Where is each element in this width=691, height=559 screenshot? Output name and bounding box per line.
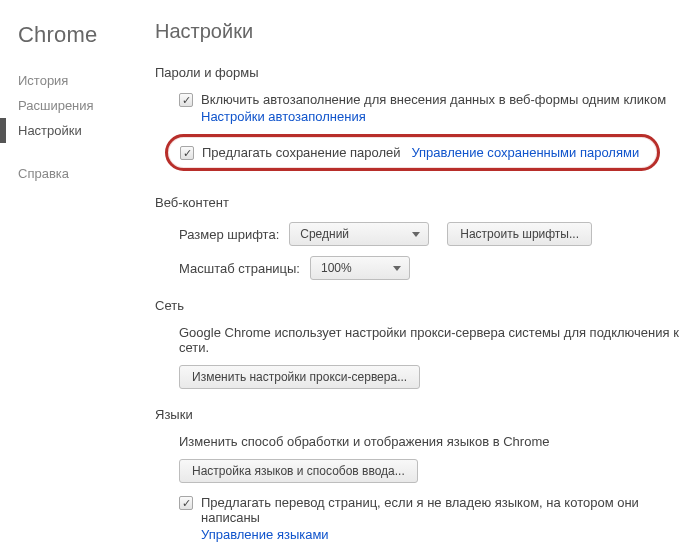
autofill-text: Включить автозаполнение для внесения дан… (201, 92, 666, 107)
offer-save-label: Предлагать сохранение паролей (202, 145, 401, 160)
font-size-row: Размер шрифта: Средний Настроить шрифты.… (179, 222, 679, 246)
proxy-settings-button[interactable]: Изменить настройки прокси-сервера... (179, 365, 420, 389)
languages-desc: Изменить способ обработки и отображения … (179, 434, 679, 449)
main-content: Настройки Пароли и формы ✓ Включить авто… (155, 0, 691, 559)
autofill-label: Включить автозаполнение для внесения дан… (201, 92, 666, 124)
zoom-value: 100% (321, 261, 352, 275)
manage-languages-link[interactable]: Управление языками (201, 527, 679, 542)
nav-extensions[interactable]: Расширения (18, 93, 155, 118)
chevron-down-icon (393, 266, 401, 271)
customize-fonts-button[interactable]: Настроить шрифты... (447, 222, 592, 246)
language-settings-button[interactable]: Настройка языков и способов ввода... (179, 459, 418, 483)
offer-translate-wrap: Предлагать перевод страниц, если я не вл… (201, 495, 679, 542)
section-network-title: Сеть (155, 298, 679, 313)
section-webcontent-title: Веб-контент (155, 195, 679, 210)
font-size-value: Средний (300, 227, 349, 241)
offer-save-wrap: Предлагать сохранение паролей Управление… (202, 145, 639, 160)
section-passwords-title: Пароли и формы (155, 65, 679, 80)
offer-save-checkbox[interactable]: ✓ (180, 146, 194, 160)
font-size-label: Размер шрифта: (179, 227, 279, 242)
section-languages-title: Языки (155, 407, 679, 422)
autofill-settings-link[interactable]: Настройки автозаполнения (201, 109, 666, 124)
offer-translate-row: ✓ Предлагать перевод страниц, если я не … (179, 495, 679, 542)
offer-translate-label: Предлагать перевод страниц, если я не вл… (201, 495, 639, 525)
zoom-select[interactable]: 100% (310, 256, 410, 280)
offer-translate-checkbox[interactable]: ✓ (179, 496, 193, 510)
nav-settings[interactable]: Настройки (0, 118, 155, 143)
sidebar: Chrome История Расширения Настройки Спра… (0, 0, 155, 559)
autofill-row: ✓ Включить автозаполнение для внесения д… (179, 92, 679, 124)
autofill-checkbox[interactable]: ✓ (179, 93, 193, 107)
password-save-highlight: ✓ Предлагать сохранение паролей Управлен… (165, 134, 660, 171)
nav-help[interactable]: Справка (18, 161, 155, 186)
zoom-row: Масштаб страницы: 100% (179, 256, 679, 280)
nav-history[interactable]: История (18, 68, 155, 93)
zoom-label: Масштаб страницы: (179, 261, 300, 276)
page-title: Настройки (155, 20, 679, 43)
manage-passwords-link[interactable]: Управление сохраненными паролями (411, 145, 639, 160)
chevron-down-icon (412, 232, 420, 237)
font-size-select[interactable]: Средний (289, 222, 429, 246)
network-desc: Google Chrome использует настройки прокс… (179, 325, 679, 355)
brand-title: Chrome (18, 22, 155, 48)
